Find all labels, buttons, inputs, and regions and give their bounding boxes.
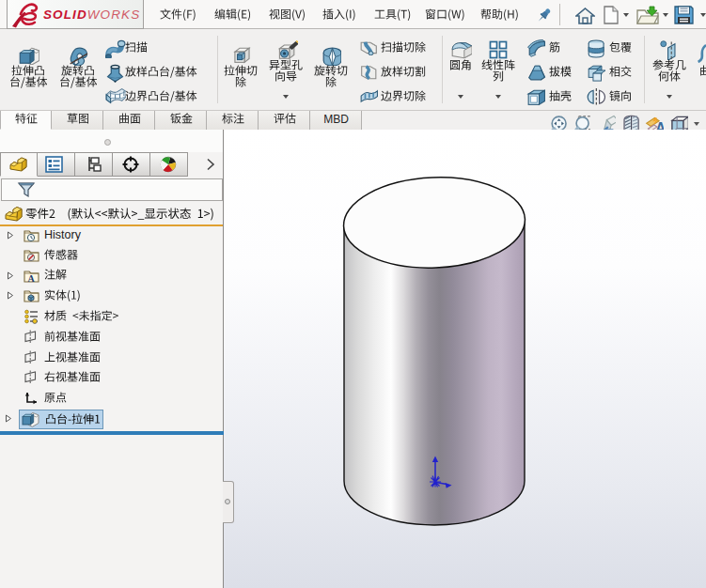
svg-text:A: A xyxy=(28,272,36,283)
